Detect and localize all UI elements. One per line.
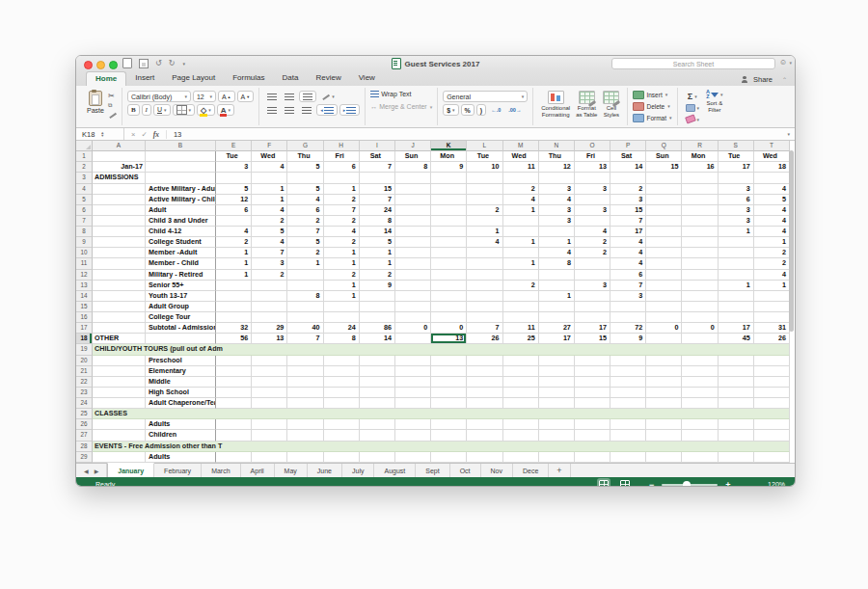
borders-button[interactable]: ▾ [173,104,196,116]
sheet-tab-oct[interactable]: Oct [450,464,481,477]
cell-G1[interactable]: Thu [287,151,323,162]
cell-A16[interactable] [93,312,146,323]
column-header-H[interactable]: H [324,141,360,151]
cell-L10[interactable] [467,248,502,258]
cell-O23[interactable] [575,388,610,398]
cell-A9[interactable] [93,237,146,248]
row-header-7[interactable]: 7 [76,216,93,227]
cell-Q15[interactable] [646,302,682,312]
cell-K8[interactable] [431,227,467,237]
cell-F13[interactable] [252,281,287,291]
cell-F26[interactable] [252,419,287,430]
cell-H22[interactable] [324,377,360,388]
cell-T5[interactable]: 5 [754,195,790,205]
cell-J8[interactable] [395,227,431,237]
row-header-1[interactable]: 1 [76,151,93,162]
zoom-out-icon[interactable]: − [649,480,654,488]
increase-decimal-button[interactable]: ←.0 [488,104,503,116]
tab-data[interactable]: Data [274,71,308,86]
cell-P26[interactable] [610,419,646,430]
cell-J5[interactable] [395,195,431,205]
cell-G10[interactable]: 2 [287,248,323,258]
cell-F5[interactable]: 1 [252,195,287,205]
cell-M17[interactable]: 11 [503,323,539,334]
cell-F4[interactable]: 1 [252,184,287,195]
cell-O8[interactable]: 4 [575,227,610,237]
cell-E26[interactable] [216,419,252,430]
font-size-select[interactable]: 12▾ [193,91,216,102]
cell-H8[interactable]: 4 [324,227,360,237]
cell-K27[interactable] [431,430,467,441]
cell-J24[interactable] [395,398,431,409]
cell-T23[interactable] [754,388,790,398]
cell-H2[interactable]: 6 [324,162,360,173]
cell-N2[interactable]: 12 [539,162,575,173]
confirm-entry-icon[interactable]: ✓ [141,130,147,139]
row-header-8[interactable]: 8 [76,227,93,237]
section-row-25[interactable]: CLASSES [93,409,790,419]
cell-Q8[interactable] [646,227,682,237]
cell-S13[interactable]: 1 [719,281,754,291]
cell-K29[interactable] [431,452,467,463]
cut-icon[interactable]: ✂ [108,92,117,100]
cell-G24[interactable] [287,398,323,409]
cell-K23[interactable] [431,388,467,398]
cell-N22[interactable] [539,377,575,388]
cell-H14[interactable]: 1 [324,291,360,302]
cell-B18[interactable] [146,334,216,344]
cell-F17[interactable]: 29 [252,323,287,334]
cell-P20[interactable] [610,356,646,366]
cell-O17[interactable]: 17 [575,323,610,334]
cell-E13[interactable] [216,281,252,291]
cell-M20[interactable] [503,356,539,366]
cell-P13[interactable]: 7 [610,281,646,291]
cell-M9[interactable]: 1 [503,237,539,248]
cell-L23[interactable] [467,388,502,398]
select-all-corner[interactable] [76,141,93,151]
cell-S16[interactable] [719,312,754,323]
format-as-table-button[interactable]: Formatas Table [576,91,597,124]
cell-I5[interactable]: 7 [360,195,395,205]
cell-G3[interactable] [287,173,323,183]
column-header-P[interactable]: P [610,141,646,151]
row-header-13[interactable]: 13 [76,281,93,291]
cell-J10[interactable] [395,248,431,258]
cell-I14[interactable] [360,291,395,302]
cell-A3[interactable]: ADMISSIONS [93,173,146,183]
row-header-3[interactable]: 3 [76,173,93,183]
close-window-button[interactable] [84,61,93,69]
cell-B4[interactable]: Active Military - Adult [146,184,216,195]
cell-P18[interactable]: 9 [610,334,646,344]
tab-page-layout[interactable]: Page Layout [163,71,224,86]
cell-H18[interactable]: 8 [324,334,360,344]
cell-J21[interactable] [395,366,431,377]
cell-N10[interactable]: 4 [539,248,575,258]
cell-H5[interactable]: 2 [324,195,360,205]
cell-R3[interactable] [682,173,718,183]
cell-A24[interactable] [93,398,146,409]
cell-S1[interactable]: Tue [719,151,754,162]
cell-A27[interactable] [93,430,146,441]
cell-I8[interactable]: 14 [360,227,395,237]
cell-T29[interactable] [754,452,790,463]
cell-M12[interactable] [503,270,539,281]
cell-N14[interactable]: 1 [539,291,575,302]
cell-T15[interactable] [754,302,790,312]
cell-R14[interactable] [682,291,718,302]
wrap-text-button[interactable]: Wrap Text [370,91,432,97]
zoom-slider-knob[interactable] [683,481,691,488]
cell-F11[interactable]: 3 [252,258,287,269]
cell-F22[interactable] [252,377,287,388]
cell-F3[interactable] [252,173,287,183]
tab-insert[interactable]: Insert [126,71,163,86]
row-header-18[interactable]: 18 [76,334,93,344]
column-header-M[interactable]: M [503,141,539,151]
cell-K18[interactable]: 13 [431,334,467,344]
cell-G14[interactable]: 8 [287,291,323,302]
cell-O22[interactable] [575,377,610,388]
cell-B24[interactable]: Adult Chaperone/Teache [146,398,216,409]
cell-R15[interactable] [682,302,718,312]
cell-B2[interactable] [146,162,216,173]
cell-Q21[interactable] [646,366,682,377]
cell-M3[interactable] [503,173,539,183]
